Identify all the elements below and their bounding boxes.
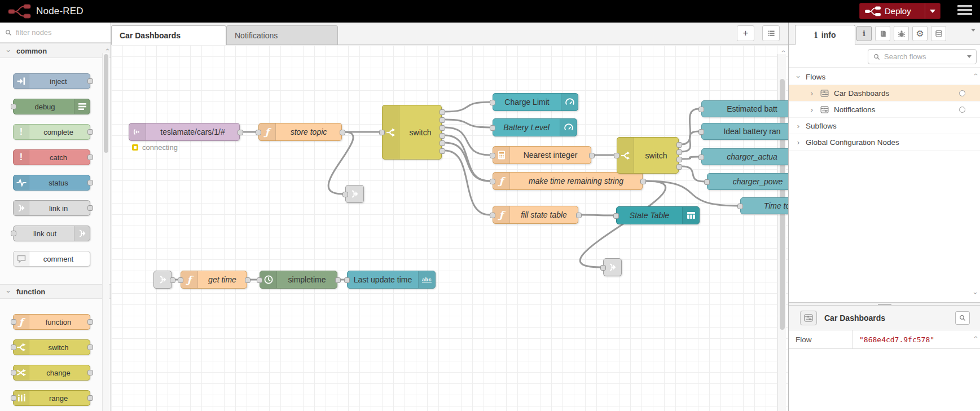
flow-node-get-time[interactable]: ƒget time xyxy=(181,271,247,289)
output-port[interactable] xyxy=(676,149,682,155)
input-port[interactable] xyxy=(379,130,385,135)
input-port[interactable] xyxy=(613,213,619,219)
palette-node-range[interactable]: range xyxy=(13,390,90,406)
chevron-right-icon[interactable]: › xyxy=(796,138,801,147)
input-port[interactable] xyxy=(178,277,183,283)
palette-node-complete[interactable]: !complete xyxy=(13,124,90,140)
output-port[interactable] xyxy=(87,154,93,160)
chevron-right-icon[interactable]: › xyxy=(796,122,801,130)
flow-node-link-out-a[interactable] xyxy=(345,185,364,203)
wire[interactable] xyxy=(445,120,490,127)
palette-node-comment[interactable]: comment xyxy=(13,251,90,267)
input-port[interactable] xyxy=(257,277,262,283)
tree-row-Global-Configuration-Nodes[interactable]: ›Global Configuration Nodes xyxy=(789,134,980,151)
output-port[interactable] xyxy=(440,148,445,154)
output-port[interactable] xyxy=(87,78,93,84)
tree-scroll-down-icon[interactable]: › xyxy=(972,292,979,294)
context-tab-button[interactable] xyxy=(931,26,946,41)
output-port[interactable] xyxy=(238,130,243,135)
input-port[interactable] xyxy=(614,153,619,158)
flow-node-charger-power[interactable]: charger_powe xyxy=(707,173,788,190)
output-port[interactable] xyxy=(170,277,175,283)
output-port[interactable] xyxy=(676,157,682,162)
wire[interactable] xyxy=(445,102,490,112)
palette-node-status[interactable]: status xyxy=(13,175,90,191)
flow-node-simpletime[interactable]: simpletime xyxy=(260,271,337,289)
output-port[interactable] xyxy=(576,213,582,218)
output-port[interactable] xyxy=(335,277,341,283)
search-flows-input[interactable] xyxy=(884,52,967,61)
output-port[interactable] xyxy=(87,180,93,185)
palette-node-switch[interactable]: switch xyxy=(13,339,90,355)
tree-row-Subflows[interactable]: ›Subflows xyxy=(789,118,980,134)
input-port[interactable] xyxy=(11,395,16,401)
palette-scrollbar[interactable] xyxy=(102,53,109,411)
flow-node-last-update-time[interactable]: abcLast update time xyxy=(347,271,436,289)
input-port[interactable] xyxy=(698,154,704,160)
flow-node-fill-state-table[interactable]: ƒfill state table xyxy=(493,206,578,224)
output-port[interactable] xyxy=(245,277,251,283)
main-menu-button[interactable] xyxy=(957,5,972,17)
palette-category-common[interactable]: ›common xyxy=(0,43,111,58)
input-port[interactable] xyxy=(490,179,495,184)
flow-node-ideal-battery[interactable]: Ideal battery ran xyxy=(701,123,788,140)
output-port[interactable] xyxy=(87,319,93,325)
output-port[interactable] xyxy=(440,140,445,146)
palette-scroll-up-icon[interactable]: › xyxy=(104,48,111,51)
input-port[interactable] xyxy=(698,129,704,135)
input-port[interactable] xyxy=(342,192,348,197)
add-flow-button[interactable]: + xyxy=(737,25,754,41)
output-port[interactable] xyxy=(589,153,595,158)
chevron-right-icon[interactable]: › xyxy=(809,89,815,98)
panel-scroll-up-icon[interactable]: › xyxy=(972,336,979,338)
tree-row-Car-Dashboards[interactable]: ›Car Dashboards xyxy=(789,85,980,101)
input-port[interactable] xyxy=(490,213,495,218)
flow-canvas[interactable]: › teslamate/cars/1/#connectingƒstore top… xyxy=(111,45,788,411)
output-port[interactable] xyxy=(440,109,445,115)
flow-node-link-out-b[interactable] xyxy=(603,258,622,276)
wire[interactable] xyxy=(581,215,613,215)
chevron-right-icon[interactable]: › xyxy=(809,105,815,114)
deploy-options-caret[interactable] xyxy=(925,10,940,13)
input-port[interactable] xyxy=(11,344,16,350)
input-port[interactable] xyxy=(11,231,16,236)
flow-node-nearest-integer[interactable]: Nearest integer xyxy=(493,146,591,164)
output-port[interactable] xyxy=(440,133,445,139)
tree-row-Flows[interactable]: ›Flows xyxy=(789,69,980,85)
flow-node-link-in-c[interactable] xyxy=(153,271,172,289)
flow-node-mqtt-in[interactable]: teslamate/cars/1/# xyxy=(129,123,240,141)
wire[interactable] xyxy=(445,143,490,181)
output-port[interactable] xyxy=(676,164,682,170)
flow-tab-Notifications[interactable]: Notifications xyxy=(226,25,338,45)
output-port[interactable] xyxy=(676,142,682,148)
input-port[interactable] xyxy=(11,319,16,325)
info-tab-button[interactable]: i xyxy=(856,26,872,41)
output-port[interactable] xyxy=(87,344,93,350)
palette-node-link-in[interactable]: link in xyxy=(13,200,90,216)
wire[interactable] xyxy=(682,157,698,159)
flow-node-make-time-remaining[interactable]: ƒmake time remaining string xyxy=(493,172,643,190)
tab-info[interactable]: i info xyxy=(795,25,855,45)
input-port[interactable] xyxy=(600,265,606,271)
tree-row-Notifications[interactable]: ›Notifications xyxy=(789,101,980,118)
output-port[interactable] xyxy=(440,125,445,131)
sidebar-overflow-caret[interactable] xyxy=(971,32,975,40)
canvas-scroll-up-icon[interactable]: › xyxy=(780,50,786,52)
config-nodes-tab-button[interactable]: ⚙ xyxy=(912,26,928,41)
input-port[interactable] xyxy=(737,204,743,209)
input-port[interactable] xyxy=(256,130,261,135)
flow-node-estimated-battery[interactable]: Estimated batt xyxy=(701,100,788,117)
flow-enable-toggle[interactable] xyxy=(959,107,965,113)
palette-node-catch[interactable]: !catch xyxy=(13,149,90,165)
flow-list-button[interactable] xyxy=(762,25,780,41)
wire[interactable] xyxy=(682,166,704,182)
input-port[interactable] xyxy=(11,104,16,109)
debug-tab-button[interactable] xyxy=(894,26,909,41)
deploy-button[interactable]: Deploy xyxy=(859,3,941,19)
input-port[interactable] xyxy=(698,107,704,112)
output-port[interactable] xyxy=(87,395,93,401)
palette-node-change[interactable]: change xyxy=(13,365,90,381)
flow-node-switch-1[interactable]: switch xyxy=(382,105,442,160)
flow-node-store-topic[interactable]: ƒstore topic xyxy=(258,123,342,141)
input-port[interactable] xyxy=(490,153,495,158)
